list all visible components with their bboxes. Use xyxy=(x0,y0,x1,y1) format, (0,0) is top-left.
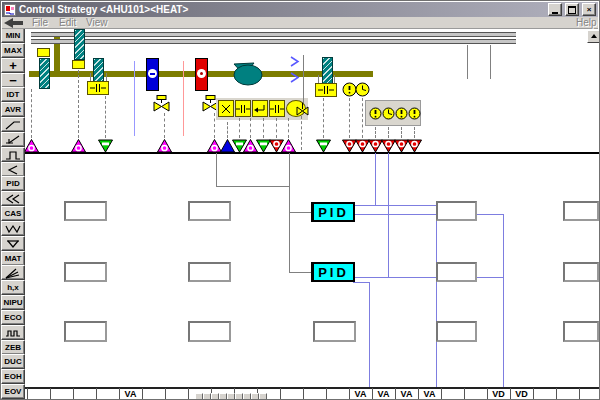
pid-block[interactable]: PID xyxy=(311,262,355,282)
sensor-link xyxy=(214,113,215,138)
sensor-link xyxy=(31,89,32,138)
pressure-sensor-2[interactable] xyxy=(315,83,337,97)
chilled-water-pipe xyxy=(134,61,135,136)
title-bar[interactable]: Control Strategy <AHU101><HEAT> × xyxy=(2,2,598,17)
strategy-box[interactable] xyxy=(64,321,107,342)
instrument-sensor-a[interactable] xyxy=(235,100,251,117)
io-point-alarm-point[interactable] xyxy=(407,139,422,157)
strategy-box[interactable] xyxy=(436,262,477,282)
sensor-link xyxy=(349,98,350,138)
clipped-button[interactable] xyxy=(219,393,227,400)
sensor-link xyxy=(105,96,106,138)
clipped-button[interactable] xyxy=(203,393,211,400)
damper-actuator[interactable] xyxy=(37,48,50,57)
terminal-cell-divider xyxy=(96,388,97,400)
tool-ramp-down-icon[interactable] xyxy=(1,132,25,147)
sensor-link xyxy=(239,118,240,138)
strategy-box[interactable] xyxy=(313,321,356,342)
tool-minus[interactable]: − xyxy=(1,73,25,88)
exhaust-damper[interactable] xyxy=(74,29,85,60)
tool-chevrons-left-icon[interactable] xyxy=(1,191,25,206)
tool-ramp-up-icon[interactable] xyxy=(1,117,25,132)
outdoor-damper[interactable] xyxy=(39,58,50,89)
instrument-sensor-b[interactable] xyxy=(269,100,285,117)
tool-duc[interactable]: DUC xyxy=(1,354,25,369)
io-point-analog-output[interactable] xyxy=(98,139,113,157)
close-button[interactable]: × xyxy=(582,3,596,16)
tool-step-icon[interactable] xyxy=(1,147,25,162)
tool-pulse-icon[interactable] xyxy=(1,325,25,340)
strategy-box[interactable] xyxy=(64,201,107,221)
io-point-analog-input[interactable] xyxy=(71,139,86,157)
strategy-box[interactable] xyxy=(436,321,477,342)
alarm-clock-icon[interactable] xyxy=(382,106,395,124)
tool-double-valley-icon[interactable] xyxy=(1,221,25,236)
menu-view[interactable]: View xyxy=(86,17,108,28)
alarm-exclaim-icon[interactable] xyxy=(369,106,382,124)
tool-fan-curves-icon[interactable] xyxy=(1,265,25,280)
strategy-box[interactable] xyxy=(188,321,231,342)
tool-pid[interactable]: PID xyxy=(1,176,25,191)
strategy-box[interactable] xyxy=(563,262,599,282)
clipped-button[interactable] xyxy=(211,393,219,400)
tool-cas[interactable]: CAS xyxy=(1,206,25,221)
tool-valley-icon[interactable] xyxy=(1,236,25,251)
tool-compare-icon[interactable] xyxy=(1,162,25,177)
strategy-box[interactable] xyxy=(188,201,231,221)
strategy-box[interactable] xyxy=(188,262,231,282)
strategy-box[interactable] xyxy=(563,321,599,342)
clipped-button[interactable] xyxy=(251,393,259,400)
io-point-analog-input[interactable] xyxy=(281,139,296,157)
alarm-exclaim-icon[interactable] xyxy=(395,106,408,124)
tool-min[interactable]: MIN xyxy=(1,28,25,43)
terminal-cell-divider xyxy=(188,388,189,400)
io-point-analog-input[interactable] xyxy=(24,139,39,157)
cooling-valve[interactable] xyxy=(153,95,170,112)
clipped-button[interactable] xyxy=(227,393,235,400)
restore-button[interactable] xyxy=(565,3,579,16)
instrument-return[interactable] xyxy=(252,100,268,117)
connection-wire xyxy=(289,212,311,213)
minimize-button[interactable] xyxy=(548,3,562,16)
pid-block[interactable]: PID xyxy=(311,202,355,222)
strategy-box[interactable] xyxy=(563,201,599,221)
tool-zeb[interactable]: ZEB xyxy=(1,340,25,355)
tool-max[interactable]: MAX xyxy=(1,43,25,58)
tool-mat[interactable]: MAT xyxy=(1,251,25,266)
instrument-multiply[interactable] xyxy=(218,100,234,117)
terminal-cell-divider xyxy=(50,388,51,400)
terminal-cell-divider xyxy=(441,388,442,400)
tool-eco[interactable]: ECO xyxy=(1,310,25,325)
supply-fan[interactable] xyxy=(230,61,264,87)
tool-hx[interactable]: h,x xyxy=(1,280,25,295)
tool-idt[interactable]: IDT xyxy=(1,87,25,102)
alarm-exclaim-icon[interactable] xyxy=(408,106,421,124)
clipped-button[interactable] xyxy=(195,393,203,400)
tool-avr[interactable]: AVR xyxy=(1,102,25,117)
menu-edit[interactable]: Edit xyxy=(59,17,76,28)
airflow-arrow-icon xyxy=(289,56,300,67)
scroll-up-button[interactable] xyxy=(587,30,600,43)
tool-plus[interactable]: + xyxy=(1,58,25,73)
tool-nipu[interactable]: NIPU xyxy=(1,295,25,310)
alarm-clock-icon[interactable] xyxy=(355,82,370,101)
pressure-sensor-1[interactable] xyxy=(87,81,109,95)
clipped-button[interactable] xyxy=(243,393,251,400)
connection-wire xyxy=(353,277,503,278)
menu-help[interactable]: Help xyxy=(576,17,597,28)
terminal-cell-divider xyxy=(326,388,327,400)
clipped-button[interactable] xyxy=(235,393,243,400)
clipped-button[interactable] xyxy=(259,393,267,400)
io-point-analog-output[interactable] xyxy=(316,139,331,157)
tool-eov[interactable]: EOV xyxy=(1,384,25,399)
io-point-analog-input[interactable] xyxy=(157,139,172,157)
duct-sensor-valve[interactable] xyxy=(296,103,309,116)
strategy-box[interactable] xyxy=(64,262,107,282)
terminal-type-label: VA xyxy=(372,389,395,399)
damper-actuator[interactable] xyxy=(72,60,85,69)
strategy-box[interactable] xyxy=(436,201,477,221)
terminal-cell-divider xyxy=(464,388,465,400)
close-icon: × xyxy=(587,6,592,14)
menu-file[interactable]: File xyxy=(32,17,48,28)
tool-eoh[interactable]: EOH xyxy=(1,369,25,384)
